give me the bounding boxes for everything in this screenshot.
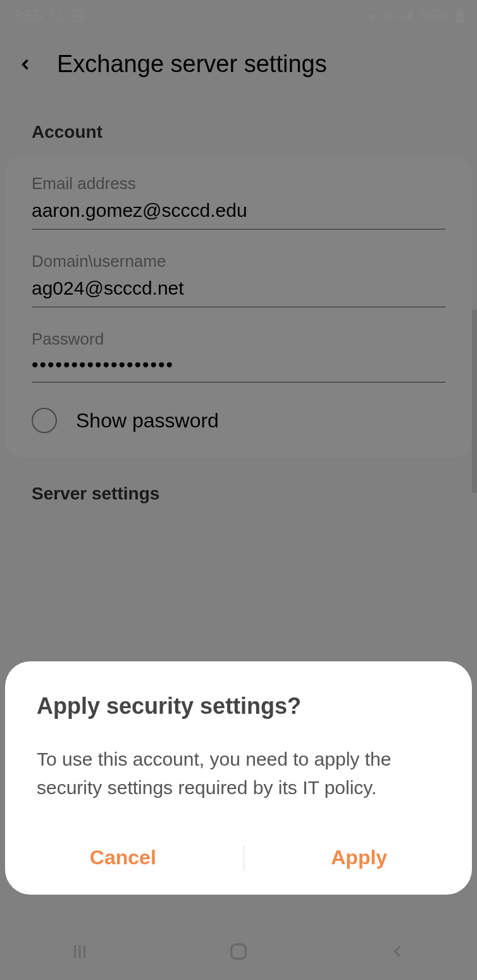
wifi-calling-icon bbox=[50, 9, 64, 23]
dialog-body: To use this account, you need to apply t… bbox=[37, 745, 440, 802]
security-dialog: Apply security settings? To use this acc… bbox=[5, 661, 472, 895]
account-section-label: Account bbox=[0, 97, 477, 155]
email-label: Email address bbox=[32, 174, 445, 193]
status-right: 4G 95% bbox=[365, 7, 464, 25]
show-password-radio[interactable] bbox=[32, 408, 57, 433]
domain-field-container: Domain\username ag024@scccd.net bbox=[32, 252, 445, 307]
nav-bar bbox=[0, 923, 477, 980]
scroll-indicator[interactable] bbox=[472, 310, 477, 493]
svg-rect-2 bbox=[458, 8, 462, 10]
home-button[interactable] bbox=[220, 933, 257, 971]
domain-label: Domain\username bbox=[32, 252, 445, 271]
page-title: Exchange server settings bbox=[57, 51, 327, 78]
status-left: 3:55 bbox=[13, 7, 85, 25]
image-icon bbox=[71, 9, 85, 23]
signal-icon bbox=[401, 9, 415, 23]
dialog-actions: Cancel Apply bbox=[37, 840, 440, 876]
battery-icon bbox=[455, 8, 464, 23]
email-field-container: Email address aaron.gomez@scccd.edu bbox=[32, 174, 445, 230]
show-password-row[interactable]: Show password bbox=[32, 408, 445, 433]
dialog-title: Apply security settings? bbox=[37, 693, 440, 720]
password-field[interactable]: •••••••••••••••••• bbox=[32, 355, 445, 383]
battery-percent: 95% bbox=[420, 7, 450, 25]
account-card: Email address aaron.gomez@scccd.edu Doma… bbox=[5, 155, 472, 458]
wifi-icon bbox=[365, 9, 379, 23]
domain-field[interactable]: ag024@scccd.net bbox=[32, 278, 445, 307]
password-label: Password bbox=[32, 329, 445, 349]
nav-back-button[interactable] bbox=[378, 933, 416, 971]
page-header: Exchange server settings bbox=[0, 32, 477, 97]
svg-rect-6 bbox=[232, 945, 246, 959]
email-field[interactable]: aaron.gomez@scccd.edu bbox=[32, 200, 445, 230]
apply-button[interactable]: Apply bbox=[312, 840, 406, 876]
back-button[interactable] bbox=[13, 52, 38, 77]
server-section-label: Server settings bbox=[0, 458, 477, 517]
status-time: 3:55 bbox=[13, 7, 42, 25]
password-field-container: Password •••••••••••••••••• bbox=[32, 329, 445, 383]
svg-rect-1 bbox=[456, 10, 464, 23]
status-bar: 3:55 4G 95% bbox=[0, 0, 477, 32]
cancel-button[interactable]: Cancel bbox=[71, 840, 175, 876]
dialog-divider bbox=[244, 845, 244, 871]
show-password-label: Show password bbox=[76, 409, 219, 432]
4g-icon: 4G bbox=[384, 11, 396, 21]
recents-button[interactable] bbox=[61, 933, 99, 971]
